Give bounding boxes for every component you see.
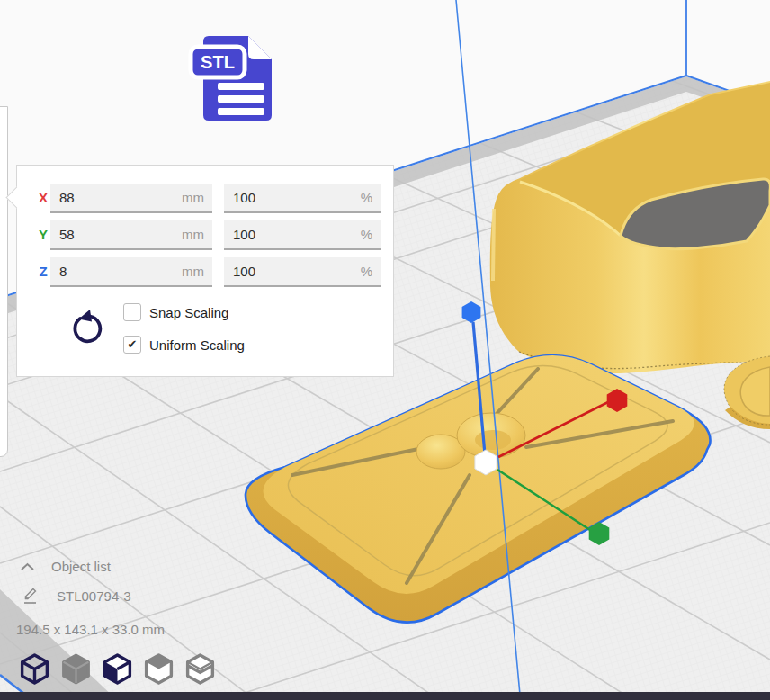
mesh-type-button-row xyxy=(18,652,217,686)
scale-z-mm-unit: mm xyxy=(182,264,204,279)
scale-x-percent-input[interactable]: 100 % xyxy=(224,184,381,213)
scale-x-mm-value: 88 xyxy=(59,190,75,205)
object-list-item[interactable]: STL00794-3 xyxy=(57,588,131,604)
scale-y-percent-unit: % xyxy=(361,227,372,242)
bottom-status-bar xyxy=(0,692,770,700)
left-toolbar-edge xyxy=(0,106,8,457)
uniform-scaling-checkbox[interactable]: ✔ xyxy=(123,336,141,354)
scale-y-percent-input[interactable]: 100 % xyxy=(224,220,381,250)
scale-z-mm-value: 8 xyxy=(59,264,67,279)
scale-row-z: Z 8 mm 100 % xyxy=(17,257,393,287)
snap-scaling-label: Snap Scaling xyxy=(149,305,228,320)
scale-y-mm-input[interactable]: 58 mm xyxy=(50,220,212,250)
axis-label-x: X xyxy=(36,190,50,205)
mesh-type-button-normal[interactable] xyxy=(18,652,51,686)
mesh-type-button-anti-overhang[interactable] xyxy=(184,652,217,686)
scale-z-percent-value: 100 xyxy=(233,264,255,279)
stl-badge-label: STL xyxy=(201,52,235,72)
scale-z-percent-unit: % xyxy=(361,264,372,279)
scale-y-mm-unit: mm xyxy=(182,227,204,242)
scale-x-mm-input[interactable]: 88 mm xyxy=(50,184,212,213)
collapse-caret-icon[interactable] xyxy=(20,560,35,575)
scale-x-mm-unit: mm xyxy=(182,190,204,205)
mesh-type-button-support[interactable] xyxy=(59,652,93,686)
mesh-type-button-dont-support[interactable] xyxy=(142,652,175,686)
scale-x-percent-value: 100 xyxy=(233,190,255,205)
cube-top-filled-icon xyxy=(142,652,175,686)
edit-pencil-icon[interactable] xyxy=(22,587,40,607)
cube-half-filled-icon xyxy=(101,652,134,686)
scale-row-x: X 88 mm 100 % xyxy=(17,184,393,213)
snap-scaling-checkbox[interactable] xyxy=(123,303,141,321)
cura-viewport: STL X 88 mm 100 % Y 58 mm xyxy=(0,0,770,700)
scale-row-y: Y 58 mm 100 % xyxy=(17,220,393,250)
scale-y-mm-value: 58 xyxy=(59,227,75,242)
cube-split-icon xyxy=(184,652,217,686)
reset-scale-button[interactable] xyxy=(68,310,106,347)
scale-x-percent-unit: % xyxy=(361,190,372,205)
object-list-title[interactable]: Object list xyxy=(51,559,111,574)
axis-label-y: Y xyxy=(36,227,50,242)
document-fold xyxy=(248,36,272,59)
scale-z-mm-input[interactable]: 8 mm xyxy=(50,257,212,287)
uniform-scaling-label: Uniform Scaling xyxy=(149,337,245,353)
cube-wireframe-icon xyxy=(18,652,51,686)
mesh-type-button-modify-overlaps[interactable] xyxy=(101,652,134,686)
scale-tool-panel: X 88 mm 100 % Y 58 mm 100 % Z 8 xyxy=(16,165,394,377)
axis-label-z: Z xyxy=(36,264,50,279)
stl-file-icon: STL xyxy=(184,25,282,130)
cube-solid-icon xyxy=(59,652,93,686)
scale-z-percent-input[interactable]: 100 % xyxy=(224,257,381,287)
model-dimensions: 194.5 x 143.1 x 33.0 mm xyxy=(16,622,165,637)
scale-y-percent-value: 100 xyxy=(233,227,255,242)
